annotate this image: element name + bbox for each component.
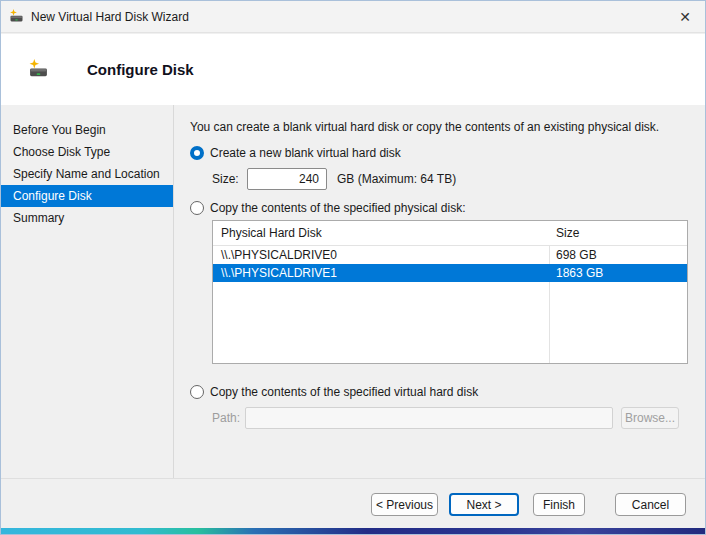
path-label: Path: xyxy=(212,411,245,425)
radio-label: Create a new blank virtual hard disk xyxy=(210,146,401,160)
sidebar-item-choose-disk-type: Choose Disk Type xyxy=(1,141,173,163)
wizard-body: Before You Begin Choose Disk Type Specif… xyxy=(1,105,705,478)
path-row: Path: Browse... xyxy=(212,407,688,429)
disk-name-cell: \\.\PHYSICALDRIVE1 xyxy=(213,266,549,280)
radio-button-icon xyxy=(190,385,204,399)
wizard-window: New Virtual Hard Disk Wizard ✕ Configure… xyxy=(0,0,706,535)
wizard-steps-sidebar: Before You Begin Choose Disk Type Specif… xyxy=(1,105,174,478)
disk-size-cell: 698 GB xyxy=(549,248,687,262)
page-title: Configure Disk xyxy=(87,61,194,78)
wizard-header: Configure Disk xyxy=(1,34,705,105)
window-title: New Virtual Hard Disk Wizard xyxy=(31,10,189,24)
radio-label: Copy the contents of the specified physi… xyxy=(210,201,465,215)
button-bar: < Previous Next > Finish Cancel xyxy=(1,479,705,530)
desktop-wallpaper-edge xyxy=(0,528,706,534)
disk-name-cell: \\.\PHYSICALDRIVE0 xyxy=(213,248,549,262)
radio-button-icon xyxy=(190,146,204,160)
radio-create-blank-disk[interactable]: Create a new blank virtual hard disk xyxy=(190,145,688,161)
virtual-disk-icon xyxy=(28,59,49,80)
size-maximum-hint: GB (Maximum: 64 TB) xyxy=(337,172,456,186)
virtual-disk-icon xyxy=(9,9,24,24)
cancel-button[interactable]: Cancel xyxy=(615,493,686,516)
radio-button-icon xyxy=(190,201,204,215)
next-button[interactable]: Next > xyxy=(449,493,519,516)
previous-button[interactable]: < Previous xyxy=(371,493,438,516)
table-row-physicaldrive1[interactable]: \\.\PHYSICALDRIVE1 1863 GB xyxy=(213,264,687,282)
column-header-physical-hard-disk[interactable]: Physical Hard Disk xyxy=(213,226,549,240)
size-row: Size: GB (Maximum: 64 TB) xyxy=(212,168,688,190)
intro-text: You can create a blank virtual hard disk… xyxy=(190,120,688,135)
finish-button[interactable]: Finish xyxy=(533,493,585,516)
size-label: Size: xyxy=(212,172,247,186)
sidebar-item-specify-name-and-location: Specify Name and Location xyxy=(1,163,173,185)
column-header-size[interactable]: Size xyxy=(549,226,687,240)
radio-copy-virtual-disk[interactable]: Copy the contents of the specified virtu… xyxy=(190,384,688,400)
wizard-content: You can create a blank virtual hard disk… xyxy=(174,105,706,478)
browse-button: Browse... xyxy=(621,407,679,429)
disk-size-cell: 1863 GB xyxy=(549,266,687,280)
size-input[interactable] xyxy=(247,168,327,190)
table-header-row: Physical Hard Disk Size xyxy=(213,221,687,246)
title-bar: New Virtual Hard Disk Wizard ✕ xyxy=(1,1,705,33)
radio-copy-physical-disk[interactable]: Copy the contents of the specified physi… xyxy=(190,200,688,216)
close-icon[interactable]: ✕ xyxy=(665,1,705,32)
sidebar-item-configure-disk: Configure Disk xyxy=(1,185,173,207)
sidebar-item-summary: Summary xyxy=(1,207,173,229)
sidebar-item-before-you-begin: Before You Begin xyxy=(1,119,173,141)
radio-label: Copy the contents of the specified virtu… xyxy=(210,385,478,399)
physical-disk-table: Physical Hard Disk Size \\.\PHYSICALDRIV… xyxy=(212,220,688,364)
table-row-physicaldrive0[interactable]: \\.\PHYSICALDRIVE0 698 GB xyxy=(213,246,687,264)
path-input xyxy=(245,407,613,429)
